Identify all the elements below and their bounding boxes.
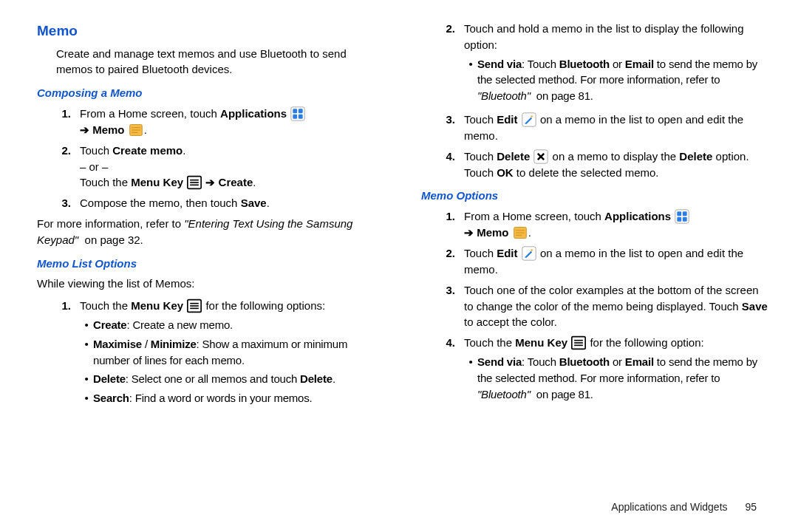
text: Touch the [80,176,131,188]
or-divider: – or – [80,160,108,173]
intro-text: Create and manage text memos and use Blu… [37,46,384,78]
label-applications: Applications [604,210,671,222]
heading-memo: Memo [37,21,384,41]
xref-keypad: For more information, refer to "Entering… [37,216,384,248]
label-create-memo: Create memo [112,144,183,157]
right-top-steps: 2. Touch and hold a memo in the list to … [421,21,768,180]
arrow: ➔ [80,123,89,136]
right-column: 2. Touch and hold a memo in the list to … [421,21,768,494]
memo-icon [129,123,143,137]
label-menu-key: Menu Key [131,299,183,312]
arrow: ➔ [205,176,215,188]
label-menu-key: Menu Key [515,336,567,349]
text: From a Home screen, touch [80,107,220,120]
text: Touch the [80,299,131,312]
heading-composing: Composing a Memo [37,85,384,101]
heading-memo-options: Memo Options [421,188,768,204]
list-intro: While viewing the list of Memos: [37,276,384,292]
label-memo: Memo [92,123,124,136]
label-save: Save [241,197,267,209]
applications-icon [675,209,689,224]
text: Touch and hold a memo in the list to dis… [464,22,744,51]
left-column: Memo Create and manage text memos and us… [37,21,384,494]
label-edit: Edit [497,247,517,259]
delete-icon [533,149,548,164]
label-edit: Edit [497,113,517,126]
text: Touch [80,144,112,157]
label-save: Save [742,300,768,313]
text: Compose the memo, then touch [80,197,241,209]
footer-section: Applications and Widgets [611,501,727,513]
footer-page-number: 95 [745,501,757,513]
edit-icon [522,246,536,261]
label-create: Create [219,176,253,188]
list-steps: 1. Touch the Menu Key for the following … [37,298,384,409]
list-bullets: •Create: Create a new memo. •Maximise / … [80,317,384,406]
page-footer: Applications and Widgets 95 [0,501,798,513]
arrow: ➔ [464,226,474,239]
options-steps: 1. From a Home screen, touch Application… [421,208,768,405]
applications-icon [290,106,305,121]
compose-steps: 1. From a Home screen, touch Application… [37,106,384,211]
text: for the following options: [202,299,325,312]
memo-icon [513,225,528,240]
menu-key-icon [187,299,202,313]
label-menu-key: Menu Key [131,176,183,188]
menu-key-icon [187,175,202,190]
label-memo: Memo [477,226,508,239]
page-body: Memo Create and manage text memos and us… [0,0,798,501]
label-applications: Applications [220,107,287,120]
menu-key-icon [571,335,586,350]
heading-list-options: Memo List Options [37,256,384,272]
label-delete: Delete [497,150,530,163]
edit-icon [522,112,536,127]
